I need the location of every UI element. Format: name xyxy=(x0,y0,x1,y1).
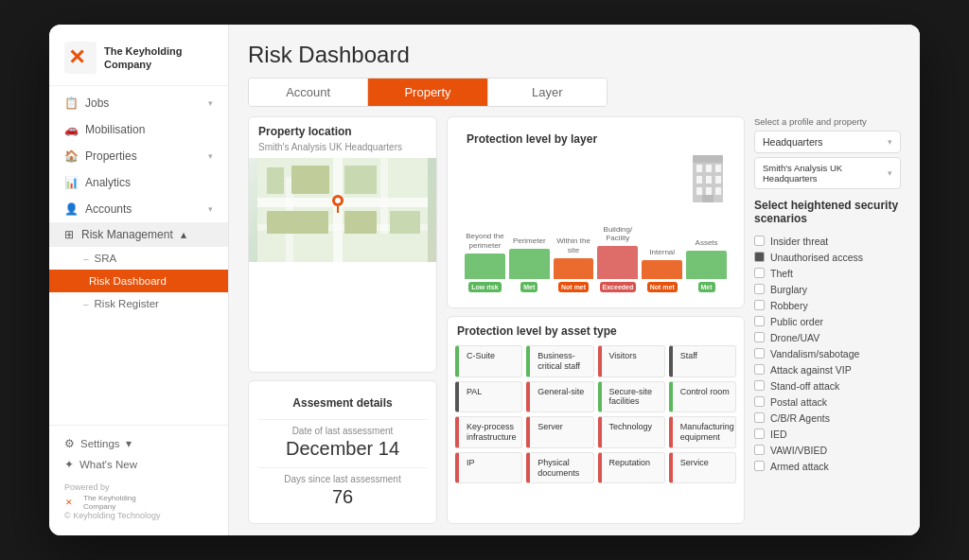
sidebar-item-sra[interactable]: – SRA xyxy=(49,247,228,270)
layer-label: Internal xyxy=(649,236,675,257)
tab-account[interactable]: Account xyxy=(249,79,368,106)
svg-rect-12 xyxy=(267,211,328,234)
svg-rect-13 xyxy=(390,211,420,234)
svg-text:✕: ✕ xyxy=(68,45,85,69)
layer-bar-group: Within the siteNot met xyxy=(554,219,594,292)
tab-layer[interactable]: Layer xyxy=(488,79,607,106)
sidebar-item-mobilisation[interactable]: 🚗 Mobilisation xyxy=(49,116,228,143)
scenario-item[interactable]: VAWI/VBIED xyxy=(754,442,901,458)
asset-item: Technology xyxy=(598,416,665,448)
scenario-item[interactable]: Unauthorised access xyxy=(754,249,901,265)
svg-rect-26 xyxy=(696,187,702,195)
svg-rect-11 xyxy=(344,166,377,194)
property-select[interactable]: Smith's Analysis UK Headquarters ▾ xyxy=(754,157,901,189)
logo-area: ✕ The Keyholding Company xyxy=(49,25,228,86)
layer-label: Perimeter xyxy=(513,225,546,246)
scenario-item[interactable]: Stand-off attack xyxy=(754,377,901,394)
svg-text:✕: ✕ xyxy=(65,498,73,507)
last-assessment-value: December 14 xyxy=(258,438,427,460)
svg-rect-9 xyxy=(267,167,284,194)
tab-property[interactable]: Property xyxy=(368,79,487,106)
mobilisation-icon: 🚗 xyxy=(64,123,78,136)
chevron-down-icon: ▾ xyxy=(126,437,132,450)
layer-label: Assets xyxy=(696,227,718,248)
scenario-checkbox[interactable] xyxy=(754,380,765,391)
sidebar-item-risk-dashboard[interactable]: Risk Dashboard xyxy=(49,270,228,292)
property-value: Smith's Analysis UK Headquarters xyxy=(763,163,888,184)
svg-rect-21 xyxy=(706,165,712,172)
asset-item: Physical documents xyxy=(526,452,593,484)
scenario-checkbox[interactable] xyxy=(754,252,765,262)
page-title: Risk Dashboard xyxy=(248,42,901,68)
layer-bar xyxy=(465,254,505,280)
whats-new-nav-item[interactable]: ✦ What's New xyxy=(64,454,213,475)
layer-bar-group: Building/ FacilityExceeded xyxy=(597,219,638,292)
scenario-item[interactable]: Armed attack xyxy=(754,458,901,474)
layer-bar xyxy=(597,246,638,279)
sidebar-item-properties[interactable]: 🏠 Properties ▾ xyxy=(49,143,228,169)
scenario-item[interactable]: Robbery xyxy=(754,297,901,313)
scenario-item[interactable]: Postal attack xyxy=(754,394,901,410)
property-location-title: Property location xyxy=(249,117,436,142)
scenario-checkbox[interactable] xyxy=(754,284,765,294)
analytics-icon: 📊 xyxy=(64,176,78,189)
asset-item: Service xyxy=(669,452,736,484)
scenario-item[interactable]: Drone/UAV xyxy=(754,329,901,345)
scenario-checkbox[interactable] xyxy=(754,316,765,326)
scenario-item[interactable]: C/B/R Agents xyxy=(754,410,901,426)
settings-nav-item[interactable]: ⚙ Settings ▾ xyxy=(64,433,213,454)
svg-rect-14 xyxy=(344,211,377,234)
scenario-label: C/B/R Agents xyxy=(770,412,830,424)
scenario-checkbox[interactable] xyxy=(754,300,765,310)
layer-bar-group: PerimeterMet xyxy=(509,219,550,292)
sidebar-item-accounts[interactable]: 👤 Accounts ▾ xyxy=(49,196,228,222)
scenario-item[interactable]: Burglary xyxy=(754,281,901,297)
profile-value: Headquarters xyxy=(763,136,823,148)
whats-new-icon: ✦ xyxy=(64,458,74,471)
scenarios-title: Select heightened security scenarios xyxy=(754,199,901,225)
scenario-item[interactable]: Public order xyxy=(754,313,901,329)
sidebar-item-analytics[interactable]: 📊 Analytics xyxy=(49,169,228,196)
asset-item: Key-process infrastructure xyxy=(455,416,522,448)
svg-rect-7 xyxy=(380,158,388,234)
protection-asset-card: Protection level by asset type C-SuiteBu… xyxy=(447,316,745,524)
svg-rect-28 xyxy=(715,187,721,195)
powered-by-text: Powered by ✕ The KeyholdingCompany © Key… xyxy=(64,482,213,520)
scenario-item[interactable]: Insider threat xyxy=(754,233,901,249)
sidebar-item-risk-register[interactable]: – Risk Register xyxy=(49,292,228,315)
layer-bar-group: Beyond the perimeterLow risk xyxy=(465,219,505,292)
last-assessment-label: Date of last assessment xyxy=(258,426,427,436)
days-since-value: 76 xyxy=(258,486,427,508)
scenario-checkbox[interactable] xyxy=(754,429,765,439)
scenario-checkbox[interactable] xyxy=(754,412,765,423)
sidebar: ✕ The Keyholding Company 📋 Jobs ▾ 🚗 Mobi… xyxy=(49,25,229,535)
scenario-checkbox[interactable] xyxy=(754,445,765,455)
sidebar-item-risk-management[interactable]: ⊞ Risk Management ▴ xyxy=(49,222,228,247)
protection-layer-card: Protection level by layer xyxy=(447,116,745,308)
sidebar-item-jobs[interactable]: 📋 Jobs ▾ xyxy=(49,90,228,116)
scenario-checkbox[interactable] xyxy=(754,332,765,342)
scenario-item[interactable]: IED xyxy=(754,426,901,442)
scenario-checkbox[interactable] xyxy=(754,348,765,359)
chevron-down-icon: ▾ xyxy=(208,204,213,214)
chevron-down-icon: ▾ xyxy=(208,151,213,161)
chevron-down-icon: ▾ xyxy=(208,98,213,108)
scenario-label: Armed attack xyxy=(770,461,829,472)
risk-register-icon: – xyxy=(83,299,89,309)
scenario-checkbox[interactable] xyxy=(754,396,765,407)
center-column: Protection level by layer xyxy=(447,116,745,524)
scenario-item[interactable]: Vandalism/sabotage xyxy=(754,345,901,361)
scenario-checkbox[interactable] xyxy=(754,268,765,278)
chevron-down-icon: ▾ xyxy=(888,168,892,178)
scenario-item[interactable]: Attack against VIP xyxy=(754,361,901,377)
scenario-checkbox[interactable] xyxy=(754,461,765,471)
scenario-item[interactable]: Theft xyxy=(754,265,901,281)
scenario-label: Vandalism/sabotage xyxy=(770,348,859,359)
scenario-checkbox[interactable] xyxy=(754,236,765,246)
profile-select[interactable]: Headquarters ▾ xyxy=(754,131,901,153)
scenario-label: IED xyxy=(770,429,787,440)
asset-item: C-Suite xyxy=(455,345,522,377)
asset-item: IP xyxy=(455,452,522,484)
svg-rect-27 xyxy=(706,187,712,195)
scenario-checkbox[interactable] xyxy=(754,364,765,375)
